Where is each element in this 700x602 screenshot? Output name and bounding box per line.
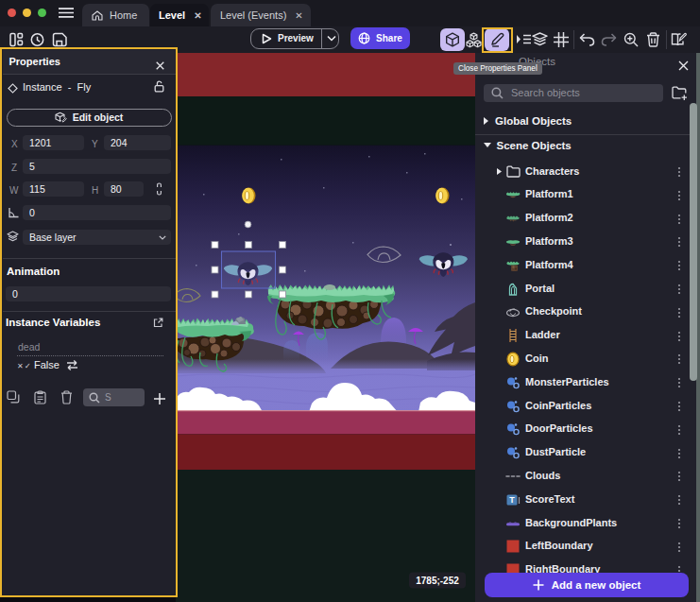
svg-text:T: T (509, 495, 515, 505)
svg-text:1785;-252: 1785;-252 (416, 576, 459, 586)
